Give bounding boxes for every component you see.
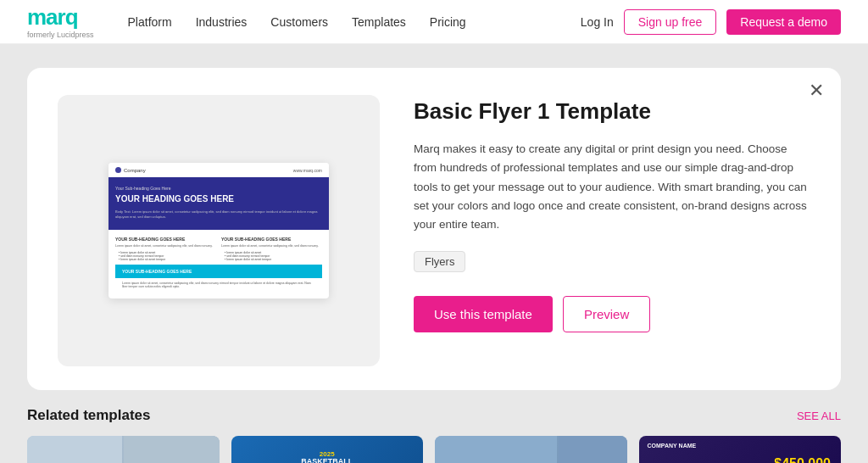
related-title: Related templates: [27, 407, 151, 424]
nav-actions: Log In Sign up free Request a demo: [581, 9, 841, 35]
nav-platform[interactable]: Platform: [128, 15, 172, 29]
col1-heading: YOUR SUB-HEADING GOES HERE: [115, 237, 216, 242]
company-name: Company: [124, 168, 146, 173]
flyer-subheading: Your Sub-heading Goes Here: [115, 186, 322, 191]
related-card-4[interactable]: $450,000 OFFERED PRICE COMPANY NAME: [639, 436, 842, 463]
related-card-1[interactable]: [27, 436, 220, 463]
template-title: Basic Flyer 1 Template: [414, 98, 810, 125]
flyer-company: Company: [115, 167, 146, 173]
template-description: Marq makes it easy to create any digital…: [414, 140, 810, 234]
flyer-col-2: YOUR SUB-HEADING GOES HERE Lorem ipsum d…: [221, 237, 322, 260]
formerly-text: formerly Lucidpress: [27, 31, 94, 39]
info-panel: Basic Flyer 1 Template Marq makes it eas…: [414, 95, 810, 366]
flyer-preview: Company www.marq.com Your Sub-heading Go…: [108, 163, 329, 298]
flyer-url: www.marq.com: [293, 168, 322, 173]
nav-industries[interactable]: Industries: [196, 15, 248, 29]
modal-card: ✕ Company www.marq.com Your Sub-heading …: [27, 68, 841, 390]
demo-button[interactable]: Request a demo: [726, 9, 841, 35]
preview-button[interactable]: Preview: [563, 296, 650, 332]
nav-pricing[interactable]: Pricing: [430, 15, 466, 29]
company-dot: [115, 167, 121, 173]
close-button[interactable]: ✕: [809, 81, 824, 100]
template-tag: Flyers: [414, 251, 465, 272]
flyer-hero: Your Sub-heading Goes Here YOUR HEADING …: [108, 177, 329, 230]
page-background: ✕ Company www.marq.com Your Sub-heading …: [0, 44, 868, 463]
related-templates-section: Related templates SEE ALL 2025 BASKETBAL…: [27, 390, 841, 463]
signup-button[interactable]: Sign up free: [624, 9, 717, 35]
flyer-footer-bar: YOUR SUB-HEADING GOES HERE: [115, 265, 322, 278]
related-card-2[interactable]: 2025 BASKETBALLTOURNAMENT LOGO: [231, 436, 424, 463]
logo: marq formerly Lucidpress: [27, 4, 94, 39]
nav-links: Platform Industries Customers Templates …: [128, 15, 554, 29]
login-button[interactable]: Log In: [581, 15, 614, 29]
use-template-button[interactable]: Use this template: [414, 296, 553, 332]
col2-heading: YOUR SUB-HEADING GOES HERE: [221, 237, 322, 242]
nav-templates[interactable]: Templates: [352, 15, 406, 29]
navbar: marq formerly Lucidpress Platform Indust…: [0, 0, 868, 44]
flyer-body: Body Text: Lorem ipsum dolor sit amet, c…: [115, 209, 322, 220]
action-buttons: Use this template Preview: [414, 296, 810, 332]
flyer-heading: YOUR HEADING GOES HERE: [115, 194, 322, 204]
preview-area: Company www.marq.com Your Sub-heading Go…: [58, 95, 380, 366]
flyer-col-1: YOUR SUB-HEADING GOES HERE Lorem ipsum d…: [115, 237, 216, 260]
related-header: Related templates SEE ALL: [27, 407, 841, 424]
flyer-content: YOUR SUB-HEADING GOES HERE Lorem ipsum d…: [108, 230, 329, 298]
related-grid: 2025 BASKETBALLTOURNAMENT LOGO COMPANY N…: [27, 436, 841, 463]
nav-customers[interactable]: Customers: [270, 15, 328, 29]
flyer-top-bar: Company www.marq.com: [108, 163, 329, 177]
logo-text: marq: [27, 4, 94, 31]
flyer-cols: YOUR SUB-HEADING GOES HERE Lorem ipsum d…: [115, 237, 322, 260]
see-all-link[interactable]: SEE ALL: [797, 410, 841, 422]
related-card-3[interactable]: COMPANY NAME: [435, 436, 627, 463]
